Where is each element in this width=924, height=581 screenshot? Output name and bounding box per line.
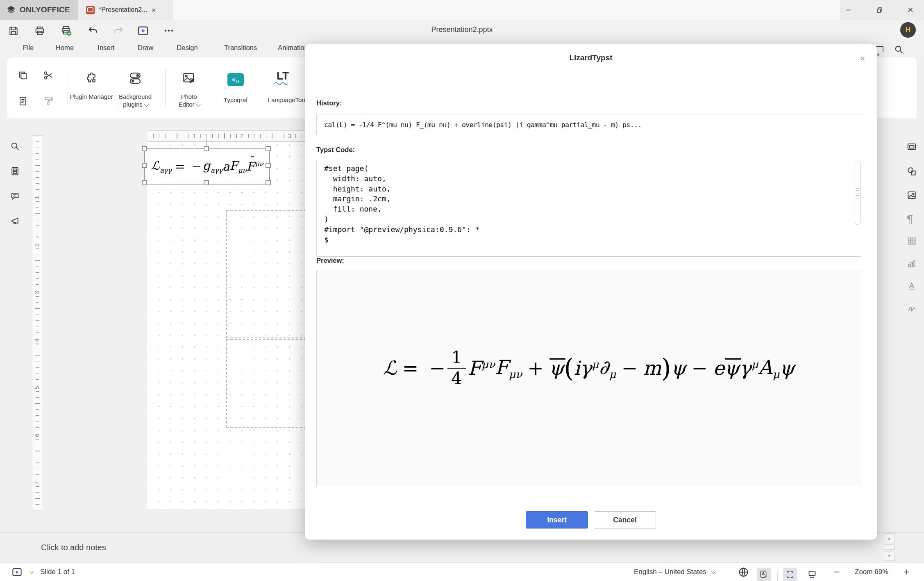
document-language-icon[interactable] bbox=[738, 563, 749, 581]
scroll-up-button[interactable]: ▲ bbox=[884, 533, 894, 543]
zoom-in-button[interactable]: + bbox=[904, 563, 909, 581]
resize-handle-sw[interactable] bbox=[142, 180, 147, 185]
resize-handle-w[interactable] bbox=[142, 163, 147, 168]
preview-label: Preview: bbox=[316, 257, 344, 264]
chevron-down-icon bbox=[196, 102, 200, 107]
resize-handle-ne[interactable] bbox=[266, 146, 271, 151]
statusbar-separator bbox=[777, 567, 778, 581]
resize-handle-e[interactable] bbox=[266, 163, 271, 168]
paragraph-settings-icon[interactable]: ¶ bbox=[906, 213, 913, 226]
chart-settings-icon[interactable] bbox=[906, 258, 917, 269]
find-icon[interactable] bbox=[10, 141, 20, 151]
ruler-number: 3 bbox=[33, 290, 40, 295]
restore-button[interactable] bbox=[870, 0, 888, 20]
plugin-manager-icon[interactable] bbox=[84, 71, 99, 86]
menu-item-animation[interactable]: Animation bbox=[278, 44, 308, 52]
background-plugins-text1: Background bbox=[119, 93, 152, 100]
textart-settings-icon[interactable] bbox=[906, 281, 917, 292]
ruler-number: 1 bbox=[33, 195, 40, 200]
image-settings-icon[interactable] bbox=[906, 190, 917, 201]
resize-handle-se[interactable] bbox=[266, 180, 271, 185]
presentation-file-icon bbox=[86, 6, 95, 14]
brand-name: ONLYOFFICE bbox=[20, 5, 70, 14]
app-logo-block: ONLYOFFICE bbox=[0, 0, 78, 20]
onlyoffice-logo-icon bbox=[6, 5, 16, 15]
copy-icon[interactable] bbox=[17, 70, 29, 81]
scroll-down-button[interactable]: ▼ bbox=[884, 551, 894, 561]
zoom-level: Zoom 69% bbox=[855, 563, 888, 581]
spell-check-toggle[interactable] bbox=[757, 565, 771, 581]
menu-item-file[interactable]: File bbox=[23, 44, 34, 52]
photo-editor-label[interactable]: Photo Editor bbox=[178, 93, 199, 108]
slide-panels-icon[interactable] bbox=[10, 166, 20, 176]
plugin-manager-text: Plugin Manager bbox=[70, 93, 113, 100]
ruler-number: 6 bbox=[33, 433, 40, 437]
scroll-thumb[interactable] bbox=[884, 545, 894, 550]
document-tab[interactable]: *Presentation2... × bbox=[81, 0, 173, 20]
ribbon-fragment: » bbox=[876, 46, 883, 57]
slideshow-options-chevron[interactable] bbox=[28, 563, 33, 581]
menu-item-transitions[interactable]: Transitions bbox=[224, 44, 257, 52]
chevron-down-icon bbox=[711, 569, 715, 574]
vertical-ruler[interactable]: 1234567 bbox=[32, 135, 42, 510]
signature-settings-icon[interactable] bbox=[906, 303, 917, 314]
menu-item-insert[interactable]: Insert bbox=[98, 44, 114, 52]
zoom-out-button[interactable]: − bbox=[834, 563, 840, 581]
fit-to-slide-toggle[interactable] bbox=[783, 565, 797, 581]
background-plugins-icon[interactable] bbox=[127, 71, 143, 86]
language-selector[interactable]: English – United States bbox=[634, 563, 715, 581]
close-button[interactable] bbox=[901, 0, 919, 20]
cancel-button[interactable]: Cancel bbox=[594, 511, 656, 529]
languagetool-label[interactable]: LanguageTool bbox=[268, 96, 306, 104]
tab-close-icon[interactable]: × bbox=[151, 6, 156, 14]
resize-handle-s[interactable] bbox=[204, 180, 209, 185]
languagetool-text: LanguageTool bbox=[268, 96, 306, 103]
photo-editor-text2: Editor bbox=[178, 101, 194, 108]
table-settings-icon[interactable] bbox=[906, 236, 917, 246]
search-icon[interactable] bbox=[894, 44, 904, 55]
dialog-header-divider bbox=[305, 74, 877, 74]
typograf-icon[interactable]: «,, bbox=[227, 73, 244, 86]
app-window: ONLYOFFICE *Presentation2... × ••• Prese… bbox=[0, 0, 924, 581]
comments-icon[interactable] bbox=[10, 191, 20, 201]
user-avatar[interactable]: H bbox=[900, 22, 916, 38]
tab-strip bbox=[172, 0, 840, 20]
statusbar-slideshow-button[interactable] bbox=[11, 563, 23, 581]
chevron-down-icon bbox=[144, 102, 149, 107]
menu-item-design[interactable]: Design bbox=[177, 44, 198, 52]
fit-to-width-toggle[interactable] bbox=[805, 565, 819, 581]
avatar-initial: H bbox=[906, 26, 910, 34]
lt-glyph: LT bbox=[274, 71, 292, 81]
typst-code-textarea[interactable]: #set page( width: auto, height: auto, ma… bbox=[316, 160, 861, 257]
feedback-icon[interactable] bbox=[10, 216, 20, 226]
insert-button[interactable]: Insert bbox=[526, 511, 588, 529]
paste-icon[interactable] bbox=[17, 95, 29, 107]
dialog-close-icon[interactable]: × bbox=[857, 53, 868, 64]
status-bar: Slide 1 of 1 English – United States − Z… bbox=[0, 563, 924, 581]
slide-equation-textbox[interactable]: ℒaγγ=−gaγγaFμνF˜μν bbox=[144, 148, 270, 185]
resize-handle-n[interactable] bbox=[204, 146, 209, 151]
menu-item-draw[interactable]: Draw bbox=[138, 44, 154, 52]
shape-settings-icon[interactable] bbox=[906, 166, 917, 177]
languagetool-icon[interactable]: LT bbox=[274, 71, 292, 85]
minimize-button[interactable] bbox=[839, 0, 857, 20]
ribbon-separator bbox=[165, 69, 166, 107]
ribbon-separator bbox=[68, 69, 68, 107]
plugin-manager-label[interactable]: Plugin Manager bbox=[70, 93, 113, 100]
background-plugins-label[interactable]: Background plugins bbox=[119, 93, 152, 108]
format-painter-icon[interactable] bbox=[43, 95, 54, 107]
menu-item-home[interactable]: Home bbox=[56, 44, 74, 52]
preview-equation: ℒ=−14FμνFμν+ψ(iγμ∂μ−m)ψ−eψγμAμψ bbox=[316, 349, 861, 388]
code-scrollbar-thumb[interactable] bbox=[854, 162, 861, 225]
typograf-label[interactable]: Typograf bbox=[224, 96, 247, 104]
slide-equation: ℒaγγ=−gaγγaFμνF˜μν bbox=[151, 159, 263, 174]
resize-handle-nw[interactable] bbox=[142, 146, 147, 151]
notes-placeholder[interactable]: Click to add notes bbox=[41, 543, 106, 552]
typograf-glyph: «,, bbox=[232, 75, 240, 84]
ruler-number: 2 bbox=[33, 242, 40, 247]
cut-icon[interactable] bbox=[43, 70, 54, 81]
history-input[interactable] bbox=[316, 114, 861, 135]
slide-counter: Slide 1 of 1 bbox=[40, 563, 75, 581]
slide-settings-icon[interactable] bbox=[906, 141, 917, 152]
photo-editor-icon[interactable] bbox=[181, 71, 197, 86]
